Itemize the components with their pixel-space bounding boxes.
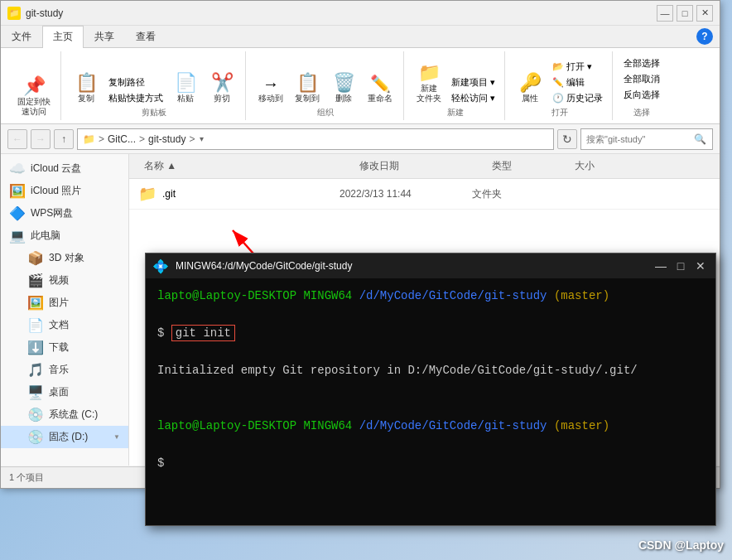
properties-label: 属性 bbox=[522, 94, 538, 104]
terminal-output-1: Initialized empty Git repository in D:/M… bbox=[157, 364, 638, 377]
sidebar-item-drive-d[interactable]: 💿 固态 (D:) ▼ bbox=[1, 426, 128, 448]
deselect-all-button[interactable]: 全部取消 bbox=[621, 72, 662, 86]
history-button[interactable]: 🕐 历史记录 bbox=[550, 91, 605, 105]
maximize-button[interactable]: □ bbox=[677, 5, 693, 22]
open-group-label: 打开 bbox=[551, 107, 568, 118]
tab-home[interactable]: 主页 bbox=[42, 26, 84, 48]
ribbon-group-clipboard: 📋 复制 复制路径 粘贴快捷方式 📄 粘贴 bbox=[63, 51, 246, 120]
video-icon: 🎬 bbox=[27, 273, 44, 288]
sidebar-label-3d: 3D 对象 bbox=[49, 251, 84, 265]
help-button[interactable]: ? bbox=[696, 28, 713, 45]
sidebar-label-documents: 文档 bbox=[49, 318, 69, 332]
new-col: 新建项目 ▾ 轻松访问 ▾ bbox=[449, 75, 498, 105]
path-separator-2: > bbox=[139, 133, 145, 145]
icloud-disk-icon: ☁️ bbox=[9, 161, 26, 176]
open-button[interactable]: 📂 打开 ▾ bbox=[550, 60, 605, 74]
sidebar-item-documents[interactable]: 📄 文档 bbox=[1, 314, 128, 336]
sidebar-item-icloud-disk[interactable]: ☁️ iCloud 云盘 bbox=[1, 157, 128, 180]
minimize-button[interactable]: — bbox=[657, 5, 673, 22]
tab-view[interactable]: 查看 bbox=[125, 26, 166, 47]
this-pc-icon: 💻 bbox=[9, 228, 26, 244]
delete-button[interactable]: 🗑️ 删除 bbox=[327, 72, 360, 105]
copy-path-button[interactable]: 复制路径 bbox=[106, 75, 166, 89]
new-group-label: 新建 bbox=[447, 107, 464, 118]
move-to-button[interactable]: → 移动到 bbox=[254, 74, 287, 105]
cut-button[interactable]: ✂️ 剪切 bbox=[205, 72, 238, 105]
select-group-label: 选择 bbox=[633, 107, 650, 118]
terminal-close-button[interactable]: ✕ bbox=[692, 258, 709, 274]
refresh-button[interactable]: ↻ bbox=[557, 129, 577, 149]
clipboard-group-label: 剪贴板 bbox=[142, 107, 166, 118]
chevron-down-icon: ▼ bbox=[113, 433, 120, 441]
address-path[interactable]: 📁 > GitC... > git-study > ▾ bbox=[77, 128, 554, 150]
terminal-dollar-2: $ bbox=[157, 456, 164, 470]
col-header-type[interactable]: 类型 bbox=[485, 157, 568, 175]
select-items: 全部选择 全部取消 反向选择 bbox=[621, 53, 662, 105]
cut-label: 剪切 bbox=[214, 94, 230, 104]
properties-button[interactable]: 🔑 属性 bbox=[513, 72, 547, 105]
col-header-size[interactable]: 大小 bbox=[568, 157, 634, 175]
select-all-button[interactable]: 全部选择 bbox=[621, 56, 662, 70]
terminal-line-6: $ bbox=[157, 454, 704, 472]
sidebar-item-3d[interactable]: 📦 3D 对象 bbox=[1, 247, 128, 269]
terminal-prompt-path-1: /d/MyCode/GitCode/git-study bbox=[352, 289, 547, 302]
up-button[interactable]: ↑ bbox=[54, 129, 74, 149]
ribbon-group-organize: → 移动到 📋 复制到 🗑️ 删除 ✏️ 重命名 组织 bbox=[248, 51, 404, 120]
paste-shortcut-button[interactable]: 粘贴快捷方式 bbox=[106, 91, 166, 105]
invert-selection-label: 反向选择 bbox=[624, 89, 660, 101]
window-title: git-study bbox=[26, 7, 63, 19]
move-icon: → bbox=[262, 75, 279, 92]
tab-file[interactable]: 文件 bbox=[1, 26, 42, 47]
sidebar-label-music: 音乐 bbox=[49, 363, 69, 377]
tab-share[interactable]: 共享 bbox=[84, 26, 125, 47]
table-row[interactable]: 📁 .git 2022/3/13 11:44 文件夹 bbox=[129, 179, 720, 210]
rename-button[interactable]: ✏️ 重命名 bbox=[364, 74, 397, 105]
back-button[interactable]: ← bbox=[7, 129, 27, 149]
forward-button[interactable]: → bbox=[31, 129, 51, 149]
terminal-maximize-button[interactable]: □ bbox=[672, 258, 689, 274]
ribbon-content: 📌 固定到快速访问 📋 复制 复制路径 粘贴快捷方式 bbox=[1, 48, 720, 124]
terminal-prompt-branch-1: (master) bbox=[547, 289, 610, 302]
sidebar-item-pictures[interactable]: 🖼️ 图片 bbox=[1, 292, 128, 314]
sidebar-item-wps[interactable]: 🔷 WPS网盘 bbox=[1, 202, 128, 224]
sidebar-item-icloud-photos[interactable]: 🖼️ iCloud 照片 bbox=[1, 180, 128, 202]
pin-icon: 📌 bbox=[23, 77, 46, 95]
paste-button[interactable]: 📄 粘贴 bbox=[169, 72, 202, 105]
path-separator-3: > bbox=[189, 133, 195, 145]
rename-label: 重命名 bbox=[368, 94, 392, 104]
invert-selection-button[interactable]: 反向选择 bbox=[621, 88, 662, 102]
sidebar-label-wps: WPS网盘 bbox=[31, 206, 73, 220]
copy-button[interactable]: 📋 复制 bbox=[70, 72, 103, 105]
new-item-label: 新建项目 ▾ bbox=[451, 76, 495, 89]
cut-col: ✂️ 剪切 bbox=[205, 72, 238, 105]
file-name: .git bbox=[157, 188, 340, 200]
sidebar-item-music[interactable]: 🎵 音乐 bbox=[1, 359, 128, 381]
path-segment-gitstudy[interactable]: git-study bbox=[148, 133, 185, 145]
address-bar: ← → ↑ 📁 > GitC... > git-study > ▾ ↻ 🔍 bbox=[1, 124, 720, 154]
copy-icon: 📋 bbox=[75, 74, 98, 92]
close-button[interactable]: ✕ bbox=[696, 5, 713, 22]
col-header-name[interactable]: 名称 ▲ bbox=[137, 157, 353, 175]
copy-path-label: 复制路径 bbox=[108, 76, 145, 89]
paste-label: 粘贴 bbox=[177, 94, 194, 104]
copy-to-button[interactable]: 📋 复制到 bbox=[291, 72, 324, 105]
paste-col: 📄 粘贴 bbox=[169, 72, 202, 105]
search-input[interactable] bbox=[586, 134, 694, 144]
pin-quick-access-button[interactable]: 📌 固定到快速访问 bbox=[14, 75, 54, 118]
sidebar-item-this-pc[interactable]: 💻 此电脑 bbox=[1, 224, 128, 247]
search-box[interactable]: 🔍 bbox=[580, 128, 713, 150]
edit-button[interactable]: ✏️ 编辑 bbox=[550, 75, 605, 89]
terminal-content: lapto@Laptoy-DESKTOP MINGW64 /d/MyCode/G… bbox=[146, 278, 715, 527]
terminal-dollar-1: $ bbox=[157, 326, 171, 340]
new-folder-button[interactable]: 📁 新建文件夹 bbox=[412, 62, 445, 105]
sidebar-item-video[interactable]: 🎬 视频 bbox=[1, 269, 128, 292]
path-segment-gitc[interactable]: GitC... bbox=[108, 133, 136, 145]
sidebar-item-drive-c[interactable]: 💿 系统盘 (C:) bbox=[1, 403, 128, 426]
terminal-minimize-button[interactable]: — bbox=[653, 258, 669, 274]
sidebar-item-downloads[interactable]: ⬇️ 下载 bbox=[1, 336, 128, 359]
easy-access-button[interactable]: 轻松访问 ▾ bbox=[449, 91, 498, 105]
path-dropdown-button[interactable]: ▾ bbox=[198, 134, 205, 143]
col-header-date[interactable]: 修改日期 bbox=[353, 157, 485, 175]
new-item-button[interactable]: 新建项目 ▾ bbox=[449, 75, 498, 89]
sidebar-item-desktop[interactable]: 🖥️ 桌面 bbox=[1, 381, 128, 403]
